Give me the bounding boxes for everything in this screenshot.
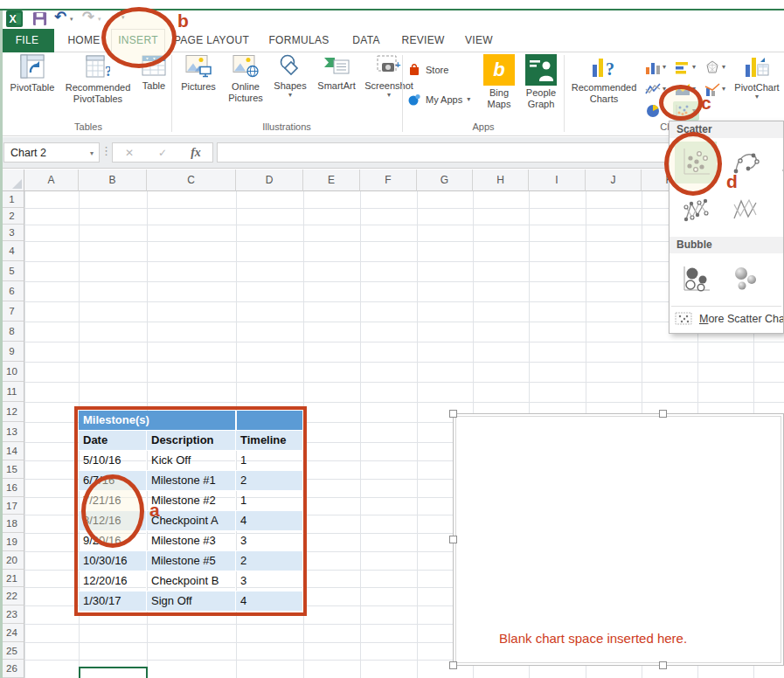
- row-header-25[interactable]: 25: [0, 642, 24, 660]
- selected-cell[interactable]: [79, 667, 148, 678]
- name-box-dropdown-icon[interactable]: ▾: [90, 143, 94, 163]
- column-header-A[interactable]: A: [24, 170, 79, 191]
- chart-handle-bottom-middle[interactable]: [659, 661, 667, 669]
- row-header-20[interactable]: 20: [0, 551, 24, 570]
- scatter-icon[interactable]: [675, 142, 717, 183]
- row-header-9[interactable]: 9: [0, 342, 24, 362]
- chart-object[interactable]: Blank chart space inserted here.: [453, 413, 784, 666]
- insert-function-icon[interactable]: fx: [179, 146, 212, 160]
- recommended-pivottables-button[interactable]: ? Recommended PivotTables: [58, 54, 138, 105]
- enter-icon[interactable]: ✓: [146, 147, 179, 159]
- more-scatter-charts-item[interactable]: More Scatter Chart...: [670, 308, 784, 330]
- insert-column-chart-button[interactable]: ▾: [643, 58, 670, 77]
- row-header-22[interactable]: 22: [0, 587, 24, 605]
- row-header-14[interactable]: 14: [0, 442, 24, 460]
- bing-maps-button[interactable]: b Bing Maps: [480, 54, 518, 110]
- tab-formulas[interactable]: FORMULAS: [262, 29, 336, 52]
- stock-radar-chart-icon: [704, 60, 720, 74]
- bubble-3d-icon[interactable]: [724, 258, 766, 300]
- insert-bar-chart-button[interactable]: ▾: [673, 58, 699, 77]
- row-header-10[interactable]: 10: [0, 362, 24, 382]
- tab-page-layout[interactable]: PAGE LAYOUT: [171, 29, 252, 52]
- my-apps-dropdown-icon[interactable]: ▾: [467, 96, 470, 103]
- tab-file[interactable]: FILE: [0, 29, 54, 52]
- online-pictures-button[interactable]: Online Pictures: [222, 54, 269, 104]
- row-header-6[interactable]: 6: [0, 281, 24, 301]
- pivotchart-button[interactable]: PivotChart ▾: [732, 54, 781, 100]
- insert-pie-chart-button[interactable]: ▾: [643, 101, 670, 121]
- chart-handle-left-middle[interactable]: [449, 536, 457, 543]
- save-icon[interactable]: [32, 11, 47, 30]
- bubble-icon[interactable]: [675, 258, 717, 300]
- column-header-B[interactable]: B: [79, 170, 147, 191]
- store-button[interactable]: Store: [407, 60, 448, 80]
- cancel-icon[interactable]: ✕: [113, 147, 146, 159]
- column-header-G[interactable]: G: [417, 170, 473, 191]
- row-header-13[interactable]: 13: [0, 422, 24, 442]
- recommended-charts-button[interactable]: ? Recommended Charts: [568, 54, 640, 105]
- row-header-2[interactable]: 2: [0, 208, 24, 225]
- insert-area-chart-button[interactable]: ▾: [673, 80, 699, 99]
- formula-buttons: ✕ ✓ fx: [112, 142, 213, 163]
- row-header-23[interactable]: 23: [0, 605, 24, 624]
- column-header-E[interactable]: E: [303, 170, 360, 191]
- chart-handle-top-middle[interactable]: [659, 410, 667, 418]
- undo-dropdown-icon[interactable]: ▾: [70, 16, 73, 23]
- undo-icon[interactable]: ↶: [54, 10, 66, 24]
- row-header-26[interactable]: 26: [0, 660, 24, 678]
- row-header-17[interactable]: 17: [0, 497, 24, 515]
- insert-stock-radar-chart-button[interactable]: ▾: [703, 58, 729, 77]
- column-header-C[interactable]: C: [147, 170, 236, 191]
- column-header-I[interactable]: I: [529, 170, 586, 191]
- shapes-dropdown-icon[interactable]: ▾: [271, 92, 309, 99]
- column-header-J[interactable]: J: [586, 170, 642, 191]
- column-chart-icon: [645, 60, 661, 74]
- row-header-12[interactable]: 12: [0, 402, 24, 422]
- shapes-button[interactable]: Shapes ▾: [271, 54, 309, 99]
- group-separator: [402, 55, 403, 132]
- recommended-pivottables-icon: ?: [86, 54, 110, 79]
- tab-data[interactable]: DATA: [346, 29, 386, 52]
- customize-qat-caret-icon[interactable]: ▾: [121, 14, 125, 21]
- insert-scatter-chart-button[interactable]: ▾: [673, 101, 699, 121]
- chart-handle-top-left[interactable]: [449, 410, 457, 418]
- select-all-corner[interactable]: [0, 170, 24, 191]
- scatter-smooth-lines-icon[interactable]: [773, 142, 784, 183]
- scatter-straight-lines-markers-icon[interactable]: [675, 189, 717, 231]
- scatter-straight-lines-icon[interactable]: [724, 189, 766, 231]
- chart-handle-bottom-left[interactable]: [449, 661, 457, 669]
- customize-qat-icon[interactable]: [121, 10, 129, 12]
- row-header-16[interactable]: 16: [0, 479, 24, 497]
- name-box[interactable]: Chart 2 ▾: [3, 142, 100, 163]
- insert-line-chart-button[interactable]: ▾: [643, 80, 670, 99]
- tab-home[interactable]: HOME: [59, 29, 108, 52]
- row-header-15[interactable]: 15: [0, 460, 24, 479]
- people-graph-button[interactable]: People Graph: [521, 54, 561, 110]
- row-header-11[interactable]: 11: [0, 382, 24, 402]
- my-apps-button[interactable]: My Apps ▾: [407, 90, 470, 109]
- row-header-18[interactable]: 18: [0, 515, 24, 533]
- smartart-button[interactable]: SmartArt: [311, 54, 362, 92]
- row-header-8[interactable]: 8: [0, 322, 24, 342]
- tab-insert[interactable]: INSERT: [111, 29, 165, 52]
- row-header-19[interactable]: 19: [0, 533, 24, 551]
- tab-view[interactable]: VIEW: [460, 29, 498, 52]
- group-separator: [171, 55, 172, 132]
- pivottable-button[interactable]: PivotTable: [7, 54, 58, 93]
- tab-review[interactable]: REVIEW: [397, 29, 449, 52]
- row-header-21[interactable]: 21: [0, 570, 24, 587]
- redo-icon[interactable]: ↷: [82, 10, 94, 24]
- column-header-D[interactable]: D: [236, 170, 303, 191]
- row-header-3[interactable]: 3: [0, 225, 24, 241]
- row-header-5[interactable]: 5: [0, 261, 24, 281]
- column-header-F[interactable]: F: [360, 170, 417, 191]
- pictures-button[interactable]: Pictures: [177, 54, 220, 93]
- column-header-H[interactable]: H: [473, 170, 529, 191]
- row-header-24[interactable]: 24: [0, 624, 24, 642]
- row-header-7[interactable]: 7: [0, 301, 24, 322]
- row-header-4[interactable]: 4: [0, 241, 24, 261]
- window-left-border: [0, 10, 3, 678]
- row-header-1[interactable]: 1: [0, 191, 24, 208]
- table-button[interactable]: Table: [136, 54, 171, 92]
- pivotchart-dropdown-icon[interactable]: ▾: [732, 93, 781, 100]
